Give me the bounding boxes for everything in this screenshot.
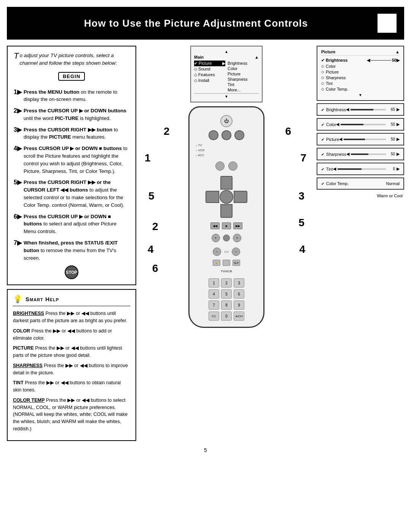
overlay-5-right: 5 — [298, 217, 304, 229]
ff-btn[interactable]: ▶▶ — [233, 222, 242, 229]
tv-screen-picture: ✔ Picture ◀ 50 ▶ — [317, 133, 404, 145]
step-7: 7▶ When finished, press the STATUS /EXIT… — [14, 239, 129, 262]
num-4[interactable]: 4 — [209, 289, 219, 299]
icon-btn-2[interactable] — [228, 161, 237, 171]
help-item-brightness: BRIGHTNESS Press the ▶▶ or ◀◀ buttons un… — [13, 310, 130, 324]
top-row-buttons — [209, 130, 244, 140]
smart-help-title: 💡 Smart Help — [13, 294, 130, 306]
remote-body: ⏻ – TV – VCR – ACC — [188, 106, 264, 328]
num-9[interactable]: 9 — [234, 300, 244, 310]
dpad-center[interactable] — [220, 190, 233, 204]
page-header: How to Use the Picture Adjustment Contro… — [7, 7, 404, 40]
play-btn[interactable]: ■ — [222, 222, 231, 229]
mute-btn[interactable] — [223, 235, 230, 241]
header-box — [378, 14, 397, 33]
colortemp-value: Normal — [386, 181, 400, 186]
step-1: 1▶ Press the MENU button on the remote t… — [14, 88, 129, 104]
tv-menu-brightness: ✔ Brightness ◀ —————— 50 ▶ — [321, 57, 400, 63]
rewind-btn[interactable]: ◀◀ — [210, 222, 220, 229]
btn-2[interactable] — [221, 130, 231, 140]
help-item-tint: TINT Press the ▶▶ or ◀◀ buttons to obtai… — [13, 379, 130, 394]
num-6[interactable]: 6 — [234, 289, 244, 299]
dpad-left[interactable] — [206, 191, 219, 203]
num-3[interactable]: 3 — [234, 278, 244, 288]
instructions-box: To adjust your TV picture controls, sele… — [7, 46, 136, 285]
tv-screen-picture-menu: Picture ▲ ✔ Brightness ◀ —————— 50 ▶ ◇Co… — [317, 46, 404, 101]
num-cc[interactable]: CC — [209, 312, 219, 321]
overlay-2-top: 2 — [164, 125, 170, 137]
help-item-picture: PICTURE Press the ▶▶ or ◀◀ buttons until… — [13, 345, 130, 359]
dpad-up[interactable] — [220, 176, 233, 190]
sharpness-fill — [351, 153, 368, 155]
lock-btn[interactable]: 🔒 — [213, 260, 220, 266]
main-content: To adjust your TV picture controls, sele… — [7, 46, 404, 441]
menu-row-main: Main▲ — [194, 54, 259, 60]
tvvcr-row: TV/VCR — [221, 270, 232, 273]
overlay-6: 6 — [285, 125, 291, 137]
extra-btn-2[interactable] — [223, 260, 230, 266]
vol-ch-row: + + — [212, 234, 241, 242]
tv-menu-arrow-down: ▼ — [321, 93, 400, 97]
brightness-fill — [350, 109, 373, 110]
btn-3[interactable] — [234, 130, 244, 140]
tv-menu-color: ◇Color — [321, 63, 400, 69]
dpad-right[interactable] — [234, 191, 247, 203]
remote-container: 1 2 6 7 5 3 5 2 4 4 6 ⏻ — [141, 106, 312, 328]
tint-slider: ◀ 0 ▶ — [333, 166, 400, 171]
menu-row-features: ◇ Features — [194, 72, 225, 78]
menu-row-sound: ◇ Sound — [194, 66, 225, 72]
begin-badge: BEGIN — [58, 72, 85, 81]
smart-help-label: Smart Help — [25, 296, 59, 302]
dpad-down[interactable] — [220, 204, 233, 218]
color-slider: ◀ 50 ▶ — [336, 122, 400, 127]
page-number: 5 — [0, 447, 411, 459]
overlay-6-bot: 6 — [152, 262, 158, 275]
color-fill — [341, 124, 363, 125]
vol-ch-row2: – CH – — [213, 248, 240, 256]
extra-buttons: 🔒 SLP — [213, 260, 240, 266]
menu-row-install: ◇ Install — [194, 78, 225, 83]
num-8[interactable]: 8 — [221, 300, 232, 310]
tv-screen-colortemp: ✔ Color Temp. Normal — [317, 177, 404, 190]
sharpness-slider: ◀ 50 ▶ — [346, 152, 400, 157]
overlay-4-left: 4 — [148, 243, 154, 256]
step-6: 6▶ Press the CURSOR UP ▶ or DOWN ■ butto… — [14, 213, 129, 235]
menu-preview: ▲ Main▲ ✔ Picture▶ ◇ Sound ◇ Features — [190, 46, 263, 102]
tv-menu-sharpness: ◇Sharpness — [321, 75, 400, 80]
sleep-btn[interactable]: SLP — [233, 260, 240, 266]
overlay-2-bot: 2 — [152, 220, 158, 233]
num-5[interactable]: 5 — [221, 289, 232, 299]
warm-cool-note: Warm or Cool — [317, 193, 404, 199]
num-0[interactable]: 0 — [221, 312, 232, 321]
menu-row-picture: ✔ Picture▶ — [194, 61, 225, 66]
overlay-4-right: 4 — [299, 243, 305, 256]
drop-cap: T — [14, 52, 19, 60]
icon-btn-1[interactable] — [215, 161, 225, 171]
center-panel: ▲ Main▲ ✔ Picture▶ ◇ Sound ◇ Features — [141, 46, 312, 441]
smart-help-box: 💡 Smart Help BRIGHTNESS Press the ▶▶ or … — [7, 289, 136, 441]
ch-up-btn[interactable]: + — [233, 234, 241, 242]
num-ach[interactable]: A/CH — [234, 312, 244, 321]
tv-screen-brightness: ✔ Brightness ◀ 65 ▶ — [317, 103, 404, 116]
overlay-5-left: 5 — [148, 190, 155, 202]
vol-up-btn[interactable]: + — [212, 234, 220, 242]
tv-menu-colortemp: ◇Color Temp. — [321, 86, 400, 92]
numpad: 1 2 3 4 5 6 7 8 9 CC 0 A/CH — [209, 278, 244, 321]
help-item-color: COLOR Press the ▶▶ or ◀◀ buttons to add … — [13, 328, 130, 342]
tv-screen-color: ✔ Color ◀ 50 ▶ — [317, 118, 404, 131]
btn-1[interactable] — [209, 130, 218, 140]
num-2[interactable]: 2 — [221, 278, 232, 288]
num-7[interactable]: 7 — [209, 300, 219, 310]
power-button[interactable]: ⏻ — [220, 115, 233, 127]
num-1[interactable]: 1 — [209, 278, 219, 288]
help-item-colortemp: COLOR TEMP Press the ▶▶ or ◀◀ buttons to… — [13, 397, 130, 433]
vol-down-btn[interactable]: – — [213, 248, 221, 256]
ch-down-btn[interactable]: – — [232, 248, 240, 256]
tv-menu-picture: ◇Picture — [321, 69, 400, 75]
step-2: 2▶ Press the CURSOR UP ▶ or DOWN buttons… — [14, 107, 129, 122]
stop-circle: STOP — [65, 265, 78, 279]
overlay-3: 3 — [298, 190, 304, 202]
tv-menu-tint: ◇Tint — [321, 80, 400, 86]
step-5: 5▶ Press the CURSOR RIGHT ▶▶ or the CURS… — [14, 179, 129, 209]
menu-arrow-up: ▲ — [194, 49, 259, 54]
